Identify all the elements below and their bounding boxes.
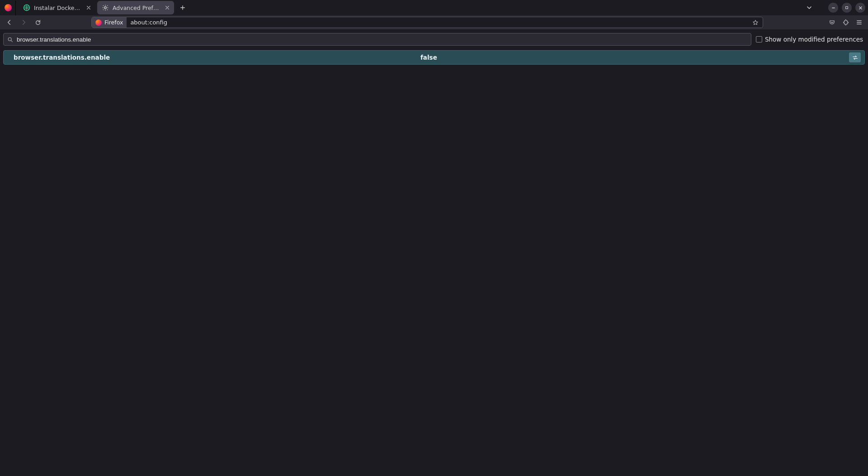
maximize-icon xyxy=(845,6,849,9)
pref-value: false xyxy=(420,54,837,61)
globe-favicon-icon xyxy=(23,4,30,11)
window-controls xyxy=(828,3,865,13)
pref-search-box[interactable] xyxy=(3,33,751,46)
url-text: about:config xyxy=(127,19,750,26)
titlebar-right xyxy=(803,0,865,15)
tab-label: Advanced Preferences xyxy=(113,5,160,11)
svg-rect-2 xyxy=(846,7,848,9)
urlbar[interactable]: Firefox about:config xyxy=(91,17,763,28)
save-to-pocket-button[interactable] xyxy=(826,16,838,29)
nav-forward-button[interactable] xyxy=(17,16,30,29)
navbar: Firefox about:config xyxy=(0,15,868,29)
extensions-button[interactable] xyxy=(839,16,852,29)
identity-label: Firefox xyxy=(104,19,123,26)
pocket-icon xyxy=(829,19,835,26)
hamburger-icon xyxy=(856,19,863,26)
navbar-right xyxy=(826,16,865,29)
new-tab-button[interactable] xyxy=(176,1,189,14)
firefox-logo-icon xyxy=(5,4,12,11)
tab-docker-ubuntu[interactable]: Instalar Docker en Ubunt xyxy=(19,1,95,14)
firefox-logo-icon xyxy=(95,19,102,26)
show-only-modified-toggle[interactable]: Show only modified preferences xyxy=(756,36,865,43)
svg-point-1 xyxy=(104,7,107,9)
app-menu-button[interactable] xyxy=(853,16,865,29)
pref-toggle-button[interactable] xyxy=(849,52,861,62)
arrow-right-icon xyxy=(20,19,27,26)
close-icon xyxy=(859,6,863,10)
pref-row[interactable]: browser.translations.enable false xyxy=(3,50,865,65)
tab-advanced-preferences[interactable]: Advanced Preferences xyxy=(97,1,174,14)
tab-label: Instalar Docker en Ubunt xyxy=(34,5,81,11)
reload-icon xyxy=(35,19,41,26)
arrow-left-icon xyxy=(6,19,13,26)
puzzle-icon xyxy=(842,19,849,26)
window-close-button[interactable] xyxy=(855,3,865,13)
tabstrip: Instalar Docker en Ubunt Advanced Prefer… xyxy=(19,1,189,14)
close-icon xyxy=(86,5,91,10)
pref-name: browser.translations.enable xyxy=(4,54,420,61)
nav-back-button[interactable] xyxy=(3,16,15,29)
search-row: Show only modified preferences xyxy=(3,33,865,46)
close-tab-button[interactable] xyxy=(85,4,93,12)
pref-search-input[interactable] xyxy=(17,36,747,43)
list-all-tabs-button[interactable] xyxy=(803,1,816,14)
star-icon xyxy=(752,19,759,26)
pref-action xyxy=(837,52,864,62)
checkbox-icon xyxy=(756,36,762,42)
titlebar: Instalar Docker en Ubunt Advanced Prefer… xyxy=(0,0,868,15)
minimize-icon xyxy=(831,6,835,10)
toggle-swap-icon xyxy=(852,54,859,61)
chevron-down-icon xyxy=(806,5,812,11)
close-tab-button[interactable] xyxy=(163,4,171,12)
window-maximize-button[interactable] xyxy=(842,3,852,13)
identity-box[interactable]: Firefox xyxy=(92,17,127,28)
pref-table: browser.translations.enable false xyxy=(3,50,865,65)
window-minimize-button[interactable] xyxy=(828,3,838,13)
nav-reload-button[interactable] xyxy=(32,16,44,29)
show-only-modified-label: Show only modified preferences xyxy=(765,36,863,43)
plus-icon xyxy=(180,5,185,10)
gear-favicon-icon xyxy=(102,4,109,11)
about-config-content: Show only modified preferences browser.t… xyxy=(0,29,868,65)
close-icon xyxy=(165,5,170,10)
firefox-launcher-icon[interactable] xyxy=(1,0,16,15)
bookmark-star-button[interactable] xyxy=(750,17,761,28)
search-icon xyxy=(7,37,13,42)
